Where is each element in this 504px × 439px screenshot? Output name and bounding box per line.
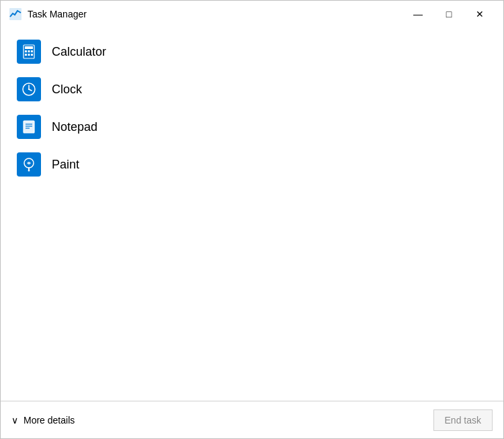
end-task-button[interactable]: End task	[433, 409, 493, 431]
clock-icon	[17, 77, 41, 101]
app-name-paint: Paint	[52, 158, 79, 172]
minimize-button[interactable]: —	[403, 3, 433, 25]
paint-svg-icon	[22, 157, 36, 172]
window-title: Task Manager	[28, 9, 87, 19]
app-name-notepad: Notepad	[52, 120, 97, 134]
list-item[interactable]: Notepad	[1, 108, 503, 146]
chevron-down-icon: ∨	[11, 415, 18, 426]
svg-rect-2	[25, 46, 33, 49]
svg-rect-6	[25, 54, 27, 56]
title-icon	[9, 7, 22, 21]
svg-rect-4	[28, 50, 30, 52]
app-list: Calculator Clock	[1, 28, 503, 401]
task-manager-icon	[9, 7, 22, 21]
more-details-label: More details	[24, 415, 75, 426]
list-item[interactable]: Clock	[1, 70, 503, 108]
calc-svg-icon	[22, 44, 36, 59]
list-item[interactable]: Paint	[1, 146, 503, 183]
footer: ∨ More details End task	[1, 401, 503, 438]
paint-icon	[17, 152, 41, 177]
svg-rect-7	[28, 54, 30, 56]
task-manager-window: Task Manager — □ ✕ C	[0, 0, 504, 439]
notepad-svg-icon	[22, 119, 36, 134]
clock-svg-icon	[22, 82, 36, 97]
notepad-icon	[17, 115, 41, 139]
maximize-button[interactable]: □	[433, 3, 464, 25]
title-bar-controls: — □ ✕	[403, 3, 495, 25]
svg-rect-5	[31, 50, 33, 52]
close-button[interactable]: ✕	[464, 3, 495, 25]
svg-rect-3	[25, 50, 27, 52]
calculator-icon	[17, 40, 41, 64]
list-item[interactable]: Calculator	[1, 33, 503, 70]
more-details-button[interactable]: ∨ More details	[11, 415, 75, 426]
svg-point-12	[28, 89, 30, 90]
svg-point-20	[28, 170, 30, 172]
svg-rect-8	[31, 54, 33, 56]
title-bar-left: Task Manager	[9, 7, 87, 21]
app-name-calculator: Calculator	[52, 45, 106, 59]
title-bar: Task Manager — □ ✕	[1, 1, 503, 28]
svg-rect-13	[24, 121, 34, 133]
app-name-clock: Clock	[52, 83, 82, 97]
